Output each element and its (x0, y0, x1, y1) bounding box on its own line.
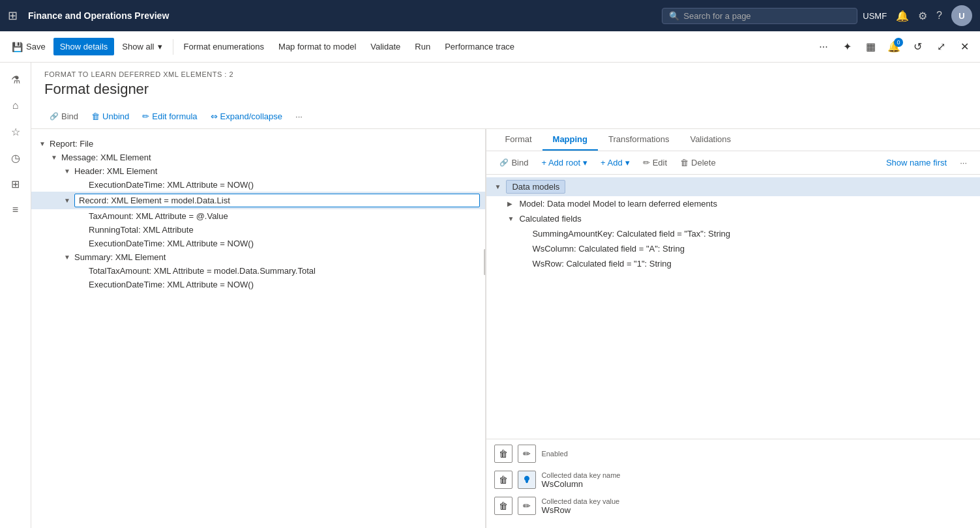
tab-mapping[interactable]: Mapping (542, 129, 598, 151)
validate-button[interactable]: Validate (364, 38, 407, 55)
avatar[interactable]: U (951, 5, 972, 26)
prop-edit-enabled-button[interactable]: ✏ (518, 445, 536, 463)
right-delete-button[interactable]: 🗑 Delete (675, 155, 721, 170)
search-icon: 🔍 (669, 11, 679, 21)
prop-key-value-label: Collected data key value (541, 497, 972, 505)
tree-label-totaltax: TotalTaxAmount: XML Attribute = model.Da… (89, 266, 480, 276)
save-button[interactable]: 💾 Save (5, 38, 52, 56)
show-all-chevron-icon: ▾ (158, 42, 162, 51)
page-title: Format designer (44, 81, 967, 98)
more-options-button[interactable]: ··· (813, 37, 834, 57)
data-tree-item-wsrow[interactable]: WsRow: Calculated field = "1": String (486, 256, 980, 271)
sidebar-filter-icon[interactable]: ⚗ (4, 68, 27, 91)
settings-icon[interactable]: ⚙ (918, 10, 927, 22)
add-root-button[interactable]: + Add root ▾ (536, 155, 593, 170)
tree-label-message: Message: XML Element (61, 153, 480, 162)
tree-item-taxamount[interactable]: TaxAmount: XML Attribute = @.Value (31, 209, 485, 223)
toggle-data-models: ▼ (494, 183, 503, 190)
tree-item-header[interactable]: ▼ Header: XML Element (31, 164, 485, 178)
right-add-button[interactable]: + Add ▾ (595, 155, 635, 170)
tabs-bar: Format Mapping Transformations Validatio… (486, 129, 980, 151)
prop-edit-key-value-button[interactable]: ✏ (518, 497, 536, 515)
help-icon[interactable]: ? (936, 10, 942, 22)
tree-item-runningtotal[interactable]: RunningTotal: XML Attribute (31, 223, 485, 237)
right-more-button[interactable]: ··· (955, 155, 972, 170)
expand-collapse-button[interactable]: ⇔ Expand/collapse (205, 108, 288, 125)
tree-item-exec3[interactable]: ExecutionDateTime: XML Attribute = NOW() (31, 278, 485, 291)
prop-delete-key-name-button[interactable]: 🗑 (494, 471, 512, 489)
data-tree-item-calculated-fields[interactable]: ▼ Calculated fields (486, 211, 980, 226)
sidebar-clock-icon[interactable]: ◷ (4, 146, 27, 169)
prop-delete-enabled-button[interactable]: 🗑 (494, 445, 512, 463)
prop-key-value-value: WsRow (541, 505, 972, 515)
prop-key-value-content: Collected data key value WsRow (541, 497, 972, 515)
tree-label-exec3: ExecutionDateTime: XML Attribute = NOW() (89, 280, 480, 289)
prop-key-name-value: WsColumn (541, 479, 972, 489)
tree-label-runningtotal: RunningTotal: XML Attribute (89, 225, 480, 235)
edit-formula-button[interactable]: ✏ Edit formula (137, 108, 202, 125)
badge-button[interactable]: 🔔 0 (883, 37, 904, 57)
columns-button[interactable]: ▦ (860, 37, 881, 57)
data-tree-item-model[interactable]: ▶ Model: Data model Model to learn defer… (486, 196, 980, 211)
performance-trace-button[interactable]: Performance trace (438, 38, 521, 55)
top-nav-right: USMF 🔔 ⚙ ? U (863, 5, 972, 26)
save-icon: 💾 (12, 42, 23, 52)
app-grid-icon[interactable]: ⊞ (8, 8, 18, 23)
right-bind-icon: 🔗 (499, 158, 509, 167)
show-all-button[interactable]: Show all ▾ (115, 38, 168, 55)
toolbar-divider-1 (173, 39, 173, 55)
prop-key-name-label: Collected data key name (541, 471, 972, 479)
tree-item-message[interactable]: ▼ Message: XML Element (31, 151, 485, 164)
prop-edit-key-name-button[interactable] (518, 471, 536, 489)
tree-item-exec2[interactable]: ExecutionDateTime: XML Attribute = NOW() (31, 237, 485, 250)
sidebar-grid-icon[interactable]: ⊞ (4, 172, 27, 196)
sidebar-home-icon[interactable]: ⌂ (4, 94, 27, 117)
tree-label-exec1: ExecutionDateTime: XML Attribute = NOW() (89, 180, 480, 190)
show-details-button[interactable]: Show details (53, 38, 115, 55)
prop-row-enabled: 🗑 ✏ Enabled (494, 445, 972, 463)
right-delete-icon: 🗑 (680, 158, 689, 168)
toggle-record: ▼ (64, 197, 72, 204)
pin-button[interactable]: ✦ (837, 37, 857, 57)
tree-item-exec1[interactable]: ExecutionDateTime: XML Attribute = NOW() (31, 178, 485, 192)
username: USMF (863, 11, 887, 21)
sidebar-list-icon[interactable]: ≡ (4, 198, 27, 222)
tab-format[interactable]: Format (494, 129, 542, 151)
close-button[interactable]: ✕ (954, 37, 975, 57)
tree-label-taxamount: TaxAmount: XML Attribute = @.Value (89, 211, 480, 221)
tree-item-summary[interactable]: ▼ Summary: XML Element (31, 250, 485, 264)
tree-item-record[interactable]: ▼ Record: XML Element = model.Data.List (31, 192, 485, 209)
sidebar-star-icon[interactable]: ☆ (4, 120, 27, 143)
data-tree-item-data-models[interactable]: ▼ Data models (486, 177, 980, 196)
open-in-new-button[interactable]: ⤢ (930, 37, 951, 57)
format-enumerations-button[interactable]: Format enumerations (177, 38, 271, 55)
wsrow-label: WsRow: Calculated field = "1": String (532, 259, 671, 269)
split-panel: ▼ Report: File ▼ Message: XML Element ▼ … (31, 129, 980, 528)
notification-icon[interactable]: 🔔 (896, 10, 909, 22)
tab-transformations[interactable]: Transformations (598, 129, 679, 151)
action-more-button[interactable]: ··· (290, 108, 308, 125)
right-edit-button[interactable]: ✏ Edit (638, 155, 672, 170)
search-box[interactable]: 🔍 Search for a page (662, 8, 857, 24)
bind-button[interactable]: 🔗 Bind (44, 108, 83, 125)
add-root-chevron-icon: ▾ (583, 158, 587, 168)
map-format-to-model-button[interactable]: Map format to model (272, 38, 363, 55)
tree-item-report[interactable]: ▼ Report: File (31, 137, 485, 151)
calculated-fields-label: Calculated fields (519, 214, 581, 224)
right-edit-icon: ✏ (643, 158, 650, 168)
right-bind-button[interactable]: 🔗 Bind (494, 155, 533, 170)
prop-delete-key-value-button[interactable]: 🗑 (494, 497, 512, 515)
show-name-first-button[interactable]: Show name first (881, 155, 952, 170)
tree-item-totaltax[interactable]: TotalTaxAmount: XML Attribute = model.Da… (31, 264, 485, 278)
left-sidebar: ⚗ ⌂ ☆ ◷ ⊞ ≡ (0, 63, 31, 528)
data-tree-item-wscolumn[interactable]: WsColumn: Calculated field = "A": String (486, 241, 980, 256)
run-button[interactable]: Run (408, 38, 437, 55)
top-navbar: ⊞ Finance and Operations Preview 🔍 Searc… (0, 0, 980, 31)
right-action-bar: 🔗 Bind + Add root ▾ + Add ▾ ✏ Edit (486, 151, 980, 175)
refresh-button[interactable]: ↺ (907, 37, 928, 57)
prop-key-name-content: Collected data key name WsColumn (541, 471, 972, 489)
data-tree-item-summing[interactable]: SummingAmountKey: Calculated field = "Ta… (486, 226, 980, 241)
edit-formula-icon: ✏ (142, 111, 149, 121)
unbind-button[interactable]: 🗑 Unbind (86, 108, 134, 125)
tab-validations[interactable]: Validations (679, 129, 741, 151)
